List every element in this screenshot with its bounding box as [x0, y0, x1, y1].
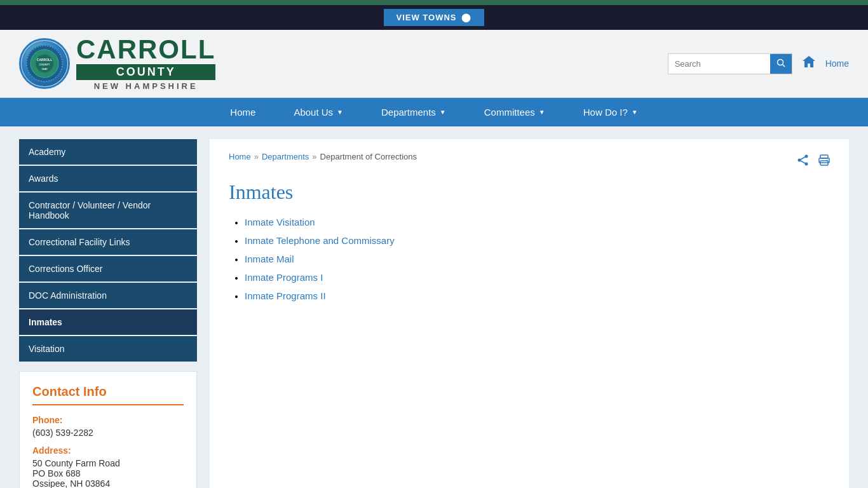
sidebar-item-visitation[interactable]: Visitation: [19, 336, 197, 362]
svg-point-17: [827, 160, 828, 161]
svg-line-8: [782, 64, 785, 67]
breadcrumb: Home » Departments » Department of Corre…: [229, 152, 417, 161]
share-icon[interactable]: [797, 154, 809, 168]
svg-line-12: [799, 156, 806, 160]
breadcrumb-sep2: »: [312, 152, 316, 161]
main-nav: Home About Us ▼ Departments ▼ Committees…: [0, 98, 868, 126]
link-inmate-visitation[interactable]: Inmate Visitation: [245, 217, 315, 227]
link-inmate-programs-1[interactable]: Inmate Programs I: [245, 272, 323, 283]
contact-box: Contact Info Phone: (603) 539-2282 Addre…: [19, 371, 197, 488]
breadcrumb-sep1: »: [254, 152, 259, 161]
logo-text-block: CARROLL COUNTY NEW HAMPSHIRE: [76, 36, 215, 91]
sidebar-label-doc-admin: DOC Administration: [29, 290, 107, 301]
address-label: Address:: [32, 445, 184, 456]
address-line2: PO Box 688: [32, 468, 184, 478]
svg-text:1840: 1840: [42, 67, 48, 71]
breadcrumb-current: Department of Corrections: [320, 152, 417, 161]
nav-committees-label: Committees: [484, 107, 535, 118]
nav-howdoi[interactable]: How Do I? ▼: [564, 98, 657, 126]
view-towns-bar: VIEW TOWNS ⬤: [0, 5, 868, 30]
address-value: 50 County Farm Road PO Box 688 Ossipee, …: [32, 458, 184, 488]
sidebar-label-corrections-officer: Corrections Officer: [29, 264, 102, 274]
sidebar-label-inmates: Inmates: [29, 317, 62, 327]
sidebar-item-awards[interactable]: Awards: [19, 166, 197, 191]
sidebar: Academy Awards Contractor / Volunteer / …: [19, 139, 197, 488]
nav-about[interactable]: About Us ▼: [275, 98, 362, 126]
svg-point-7: [777, 59, 783, 65]
list-item-visitation: Inmate Visitation: [245, 217, 830, 227]
nav-home-label: Home: [230, 107, 255, 118]
contact-divider: [32, 404, 184, 405]
search-button[interactable]: [770, 54, 792, 74]
sidebar-item-correctional-facility[interactable]: Correctional Facility Links: [19, 229, 197, 255]
nav-howdoi-label: How Do I?: [583, 107, 628, 118]
home-icon-link[interactable]: [802, 55, 816, 72]
page-header: CARROLL COUNTY 1840 CARROLL COUNTY NEW H…: [0, 30, 868, 98]
address-line1: 50 County Farm Road: [32, 458, 184, 468]
sidebar-label-academy: Academy: [29, 147, 65, 157]
nav-departments[interactable]: Departments ▼: [362, 98, 465, 126]
logo-county: COUNTY: [76, 64, 215, 80]
sidebar-item-inmates[interactable]: Inmates: [19, 309, 197, 335]
list-item-mail: Inmate Mail: [245, 254, 830, 264]
breadcrumb-departments[interactable]: Departments: [262, 152, 309, 161]
list-item-telephone: Inmate Telephone and Commissary: [245, 235, 830, 246]
sidebar-item-doc-admin[interactable]: DOC Administration: [19, 283, 197, 308]
breadcrumb-row: Home » Departments » Department of Corre…: [229, 152, 830, 171]
sidebar-item-corrections-officer[interactable]: Corrections Officer: [19, 256, 197, 281]
nav-committees-arrow: ▼: [539, 109, 545, 116]
main-content: Home » Departments » Department of Corre…: [210, 139, 849, 488]
sidebar-label-correctional-facility: Correctional Facility Links: [29, 237, 130, 247]
link-inmate-programs-2[interactable]: Inmate Programs II: [245, 290, 326, 301]
sidebar-label-visitation: Visitation: [29, 344, 65, 354]
contact-title: Contact Info: [32, 384, 184, 399]
nav-departments-label: Departments: [381, 107, 436, 118]
logo-seal: CARROLL COUNTY 1840: [19, 38, 70, 89]
nav-about-arrow: ▼: [337, 109, 343, 116]
search-box: [668, 53, 792, 74]
link-inmate-mail[interactable]: Inmate Mail: [245, 254, 294, 264]
phone-value: (603) 539-2282: [32, 428, 184, 438]
sidebar-label-awards: Awards: [29, 173, 58, 184]
nav-howdoi-arrow: ▼: [632, 109, 638, 116]
nav-home[interactable]: Home: [211, 98, 275, 126]
page-title: Inmates: [229, 180, 830, 204]
logo-nh: NEW HAMPSHIRE: [76, 81, 215, 91]
nav-committees[interactable]: Committees ▼: [465, 98, 564, 126]
nav-about-label: About Us: [294, 107, 333, 118]
seal-inner: CARROLL COUNTY 1840: [22, 41, 67, 86]
address-line3: Ossipee, NH 03864: [32, 478, 184, 488]
logo-area: CARROLL COUNTY 1840 CARROLL COUNTY NEW H…: [19, 36, 215, 91]
header-right: Home: [668, 53, 849, 74]
circle-arrow-icon: ⬤: [461, 13, 471, 22]
breadcrumb-actions: [797, 154, 830, 168]
list-item-programs-2: Inmate Programs II: [245, 290, 830, 301]
svg-text:COUNTY: COUNTY: [39, 63, 50, 66]
nav-departments-arrow: ▼: [440, 109, 446, 116]
view-towns-label: VIEW TOWNS: [397, 13, 457, 22]
sidebar-item-academy[interactable]: Academy: [19, 139, 197, 165]
link-inmate-telephone[interactable]: Inmate Telephone and Commissary: [245, 235, 395, 246]
svg-text:CARROLL: CARROLL: [37, 58, 52, 62]
view-towns-button[interactable]: VIEW TOWNS ⬤: [384, 9, 485, 26]
sidebar-label-contractor: Contractor / Volunteer / Vendor Handbook: [29, 200, 151, 220]
breadcrumb-home[interactable]: Home: [229, 152, 251, 161]
top-green-bar: [0, 0, 868, 5]
search-input[interactable]: [668, 55, 770, 72]
inmate-links-list: Inmate Visitation Inmate Telephone and C…: [229, 217, 830, 301]
home-text-link[interactable]: Home: [825, 58, 849, 69]
logo-carroll: CARROLL: [76, 36, 215, 63]
content-area: Academy Awards Contractor / Volunteer / …: [0, 126, 868, 488]
list-item-programs-1: Inmate Programs I: [245, 272, 830, 283]
print-icon[interactable]: [818, 154, 830, 168]
svg-line-13: [799, 160, 806, 164]
phone-label: Phone:: [32, 415, 184, 425]
sidebar-item-contractor[interactable]: Contractor / Volunteer / Vendor Handbook: [19, 193, 197, 228]
